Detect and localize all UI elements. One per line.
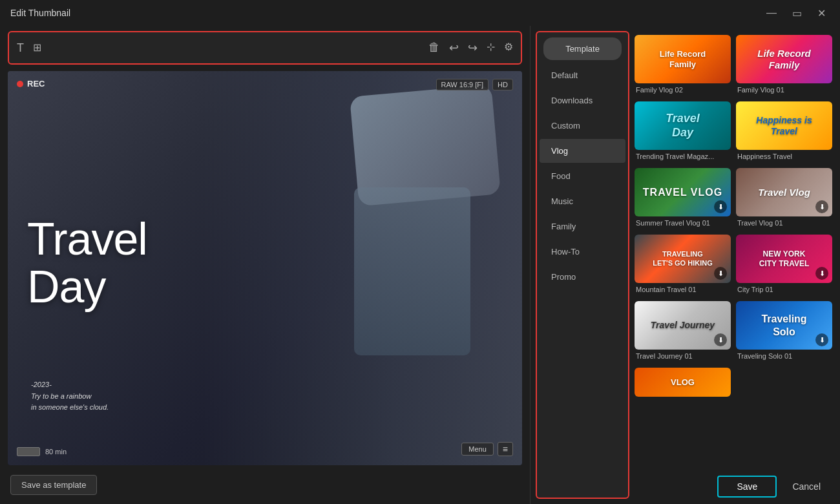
minimize-button[interactable]: — [762, 6, 781, 21]
window-title: Edit Thumbnail [10, 8, 70, 18]
template-travel-vlog-01[interactable]: Travel Vlog ⬇ Travel Vlog 01 [733, 164, 835, 231]
person-body [354, 187, 470, 355]
sidebar-item-music[interactable]: Music [540, 189, 625, 213]
canvas-bottom-right: Menu ≡ [461, 442, 513, 456]
template-travel-journey[interactable]: Travel Journey ⬇ Travel Journey 01 [632, 297, 733, 364]
template-happiness-travel[interactable]: Happiness isTravel Happiness Travel [733, 98, 835, 164]
sidebar-item-family[interactable]: Family [540, 215, 625, 238]
download-icon: ⬇ [714, 333, 727, 346]
toolbar-right: 🗑 ↩ ↪ ⊹ ⚙ [428, 41, 513, 55]
maximize-button[interactable]: ▭ [788, 6, 806, 21]
template-thumb-travel-journey: Travel Journey ⬇ [635, 301, 731, 350]
template-thumb-extra: VLOG [635, 368, 731, 397]
save-as-template-button[interactable]: Save as template [10, 475, 97, 495]
canvas-quote1: Try to be a rainbow [31, 391, 109, 403]
rec-dot [17, 81, 23, 87]
right-panel-inner: Life RecordFamily Family Vlog 02 Life Re… [629, 26, 840, 504]
download-icon: ⬇ [815, 267, 828, 280]
template-label-trending-travel: Trending Travel Magaz... [635, 152, 731, 160]
toolbar: T ⊞ 🗑 ↩ ↪ ⊹ ⚙ [8, 31, 522, 65]
canvas-badges: RAW 16:9 [F] HD [436, 79, 514, 90]
template-thumb-text: Travel Vlog [755, 184, 813, 201]
canvas-year: -2023- [31, 379, 109, 391]
image-tool-icon[interactable]: ⊞ [33, 41, 41, 55]
duration-label: 80 min [45, 448, 67, 456]
template-label-city-trip: City Trip 01 [736, 286, 832, 293]
delete-icon[interactable]: 🗑 [428, 41, 440, 55]
save-button[interactable]: Save [717, 476, 777, 498]
template-label-travel-journey: Travel Journey 01 [635, 352, 731, 360]
template-thumb-text: VLOG [668, 375, 697, 390]
template-thumb-family-vlog-01: Life RecordFamily [736, 35, 832, 83]
template-thumb-happiness-travel: Happiness isTravel [736, 101, 832, 150]
template-thumb-travel-vlog-01: Travel Vlog ⬇ [736, 168, 832, 216]
menu-button[interactable]: Menu [461, 443, 494, 456]
duration-bar [17, 447, 40, 456]
template-thumb-mountain-travel: TRAVELINGLET'S GO HIKING ⬇ [635, 235, 731, 283]
canvas-title-line2: Day [27, 264, 147, 311]
undo-icon[interactable]: ↩ [449, 41, 459, 55]
template-thumb-trending-travel: TravelDay [635, 101, 731, 150]
canvas-subtitle: -2023- Try to be a rainbow in someone el… [31, 379, 109, 414]
canvas-title-line1: Travel [27, 216, 147, 264]
template-extra[interactable]: VLOG [632, 364, 733, 403]
canvas-quote2: in someone else's cloud. [31, 402, 109, 414]
template-label-traveling-solo: Traveling Solo 01 [736, 352, 832, 360]
sidebar-item-default[interactable]: Default [540, 63, 625, 87]
template-thumb-text: TRAVELINGLET'S GO HIKING [650, 247, 715, 269]
category-sidebar: Template Default Downloads Custom Vlog F… [536, 31, 629, 499]
sidebar-item-promo[interactable]: Promo [540, 265, 625, 289]
template-family-vlog-02[interactable]: Life RecordFamily Family Vlog 02 [632, 31, 733, 98]
template-label-family-vlog-01: Family Vlog 01 [736, 86, 832, 94]
raw-badge: RAW 16:9 [F] [436, 79, 489, 90]
template-city-trip[interactable]: NEW YORKCITY TRAVEL ⬇ City Trip 01 [733, 231, 835, 297]
template-label-happiness-travel: Happiness Travel [736, 152, 832, 160]
right-panel: Template Default Downloads Custom Vlog F… [530, 26, 840, 504]
download-icon: ⬇ [815, 333, 828, 346]
template-thumb-text: TravelingSolo [759, 310, 809, 340]
templates-grid: Life RecordFamily Family Vlog 02 Life Re… [629, 26, 840, 469]
action-bar: Save Cancel [629, 469, 840, 504]
template-thumb-text: NEW YORKCITY TRAVEL [757, 247, 812, 271]
template-traveling-solo[interactable]: TravelingSolo ⬇ Traveling Solo 01 [733, 297, 835, 364]
crop-icon[interactable]: ⊹ [487, 41, 495, 55]
download-icon: ⬇ [815, 200, 828, 213]
canvas-title: Travel Day [27, 216, 147, 311]
rec-label: REC [27, 79, 45, 89]
rec-indicator: REC [17, 79, 45, 89]
canvas-duration: 80 min [17, 447, 67, 456]
hd-badge: HD [492, 79, 513, 90]
settings-icon[interactable]: ⚙ [504, 41, 513, 55]
sidebar-item-how-to[interactable]: How-To [540, 240, 625, 264]
template-thumb-text: Life RecordFamily [657, 47, 709, 72]
template-mountain-travel[interactable]: TRAVELINGLET'S GO HIKING ⬇ Mountain Trav… [632, 231, 733, 297]
template-label-mountain-travel: Mountain Travel 01 [635, 286, 731, 293]
template-thumb-text: TRAVEL VLOG [640, 184, 725, 201]
list-button[interactable]: ≡ [498, 442, 513, 456]
template-thumb-text: Travel Journey [648, 317, 717, 333]
sidebar-item-downloads[interactable]: Downloads [540, 89, 625, 112]
template-thumb-traveling-solo: TravelingSolo ⬇ [736, 301, 832, 350]
toolbar-left: T ⊞ [17, 41, 428, 55]
template-label-summer-travel-vlog: Summer Travel Vlog 01 [635, 219, 731, 227]
template-thumb-city-trip: NEW YORKCITY TRAVEL ⬇ [736, 235, 832, 283]
category-template-label[interactable]: Template [543, 37, 622, 60]
template-thumb-text: TravelDay [663, 109, 702, 142]
sidebar-item-vlog[interactable]: Vlog [540, 139, 625, 163]
template-trending-travel[interactable]: TravelDay Trending Travel Magaz... [632, 98, 733, 164]
template-family-vlog-01[interactable]: Life RecordFamily Family Vlog 01 [733, 31, 835, 98]
template-summer-travel-vlog[interactable]: TRAVEL VLOG ⬇ Summer Travel Vlog 01 [632, 164, 733, 231]
sidebar-item-food[interactable]: Food [540, 164, 625, 188]
template-label-family-vlog-02: Family Vlog 02 [635, 86, 731, 94]
left-panel: T ⊞ 🗑 ↩ ↪ ⊹ ⚙ [0, 26, 530, 504]
text-tool-icon[interactable]: T [17, 41, 24, 55]
redo-icon[interactable]: ↪ [468, 41, 478, 55]
title-bar-controls: — ▭ ✕ [762, 6, 830, 21]
template-thumb-summer-travel-vlog: TRAVEL VLOG ⬇ [635, 168, 731, 216]
close-button[interactable]: ✕ [814, 6, 830, 21]
cancel-button[interactable]: Cancel [783, 477, 830, 496]
main-content: T ⊞ 🗑 ↩ ↪ ⊹ ⚙ [0, 26, 840, 504]
template-thumb-text: Happiness isTravel [753, 112, 814, 140]
download-icon: ⬇ [714, 200, 727, 213]
sidebar-item-custom[interactable]: Custom [540, 114, 625, 138]
